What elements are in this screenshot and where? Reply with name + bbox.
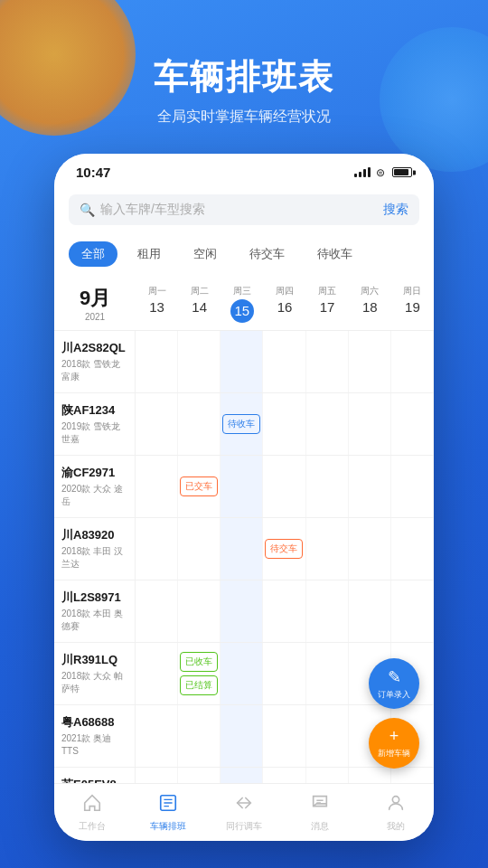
vehicle-info: 川A83920 2018款 丰田 汉兰达 <box>54 518 136 580</box>
add-vehicle-button[interactable]: + 新增车辆 <box>369 718 419 769</box>
status-bar: 10:47 ⊜ <box>54 154 434 187</box>
search-icon: 🔍 <box>80 203 95 217</box>
day-col-thu: 周四 16 <box>263 281 305 326</box>
status-icons: ⊜ <box>354 166 412 179</box>
home-icon <box>82 793 102 818</box>
status-badge: 已结算 <box>180 675 218 695</box>
fab-container: ✎ 订单录入 + 新增车辆 <box>369 658 419 769</box>
day-col-fri: 周五 17 <box>306 281 349 326</box>
search-button[interactable]: 搜索 <box>383 202 408 218</box>
status-badge: 待收车 <box>222 414 260 434</box>
fab-order-label: 订单录入 <box>378 689 410 701</box>
search-input[interactable]: 输入车牌/车型搜索 <box>100 202 383 218</box>
filter-tab-all[interactable]: 全部 <box>69 241 117 267</box>
vehicle-days: 已交车 <box>136 456 434 517</box>
order-entry-button[interactable]: ✎ 订单录入 <box>369 658 419 709</box>
schedule-icon <box>158 793 178 818</box>
day-col-mon: 周一 13 <box>136 281 178 326</box>
table-row[interactable]: 川L2S8971 2018款 本田 奥德赛 <box>54 580 434 643</box>
table-row[interactable]: 陕AF1234 2019款 雪铁龙 世嘉 待收车 <box>54 393 434 456</box>
nav-label-profile: 我的 <box>387 820 405 833</box>
nav-label-schedule: 车辆排班 <box>150 820 186 833</box>
edit-icon: ✎ <box>388 667 401 687</box>
table-row[interactable]: 苏E05EV8 2019款 沃尔沃 已收车 <box>54 768 434 783</box>
filter-tab-pending-return[interactable]: 待收车 <box>305 241 365 267</box>
nav-item-profile[interactable]: 我的 <box>358 784 434 841</box>
message-icon <box>310 793 330 818</box>
vehicle-info: 川L2S8971 2018款 本田 奥德赛 <box>54 580 136 642</box>
day-col-sat: 周六 18 <box>349 281 391 326</box>
day-columns: 周一 13 周二 14 周三 15 周四 16 周五 17 <box>136 281 434 326</box>
table-row[interactable]: 渝CF2971 2020款 大众 途岳 已交车 <box>54 456 434 518</box>
vehicle-days: 待交车 <box>136 518 434 580</box>
search-bar[interactable]: 🔍 输入车牌/车型搜索 搜索 <box>69 194 419 225</box>
vehicle-days <box>136 580 434 642</box>
header-section: 车辆排班表 全局实时掌握车辆经营状况 <box>0 0 488 127</box>
plus-icon: + <box>389 727 399 746</box>
month-column: 9月 2021 <box>54 281 136 326</box>
signal-icon <box>354 167 371 177</box>
nav-label-dispatch: 同行调车 <box>226 820 262 833</box>
table-row[interactable]: 川A83920 2018款 丰田 汉兰达 待交车 <box>54 518 434 580</box>
fab-add-label: 新增车辆 <box>378 748 410 760</box>
filter-tabs: 全部 租用 空闲 待交车 待收车 <box>54 234 434 274</box>
status-badge: 已收车 <box>180 652 218 672</box>
vehicle-info: 渝CF2971 2020款 大众 途岳 <box>54 456 136 517</box>
svg-point-6 <box>392 796 399 802</box>
day-col-sun: 周日 19 <box>391 281 434 326</box>
nav-item-workbench[interactable]: 工作台 <box>54 784 130 841</box>
nav-item-dispatch[interactable]: 同行调车 <box>206 784 282 841</box>
phone-mockup: 10:47 ⊜ 🔍 输入车牌/车型搜索 搜索 <box>54 154 434 841</box>
vehicle-info: 粤A68688 2021款 奥迪 TTS <box>54 705 136 767</box>
vehicle-info: 川R391LQ 2018款 大众 帕萨特 <box>54 643 136 704</box>
filter-tab-rented[interactable]: 租用 <box>125 241 174 267</box>
month-year: 2021 <box>54 312 136 322</box>
page-subtitle: 全局实时掌握车辆经营状况 <box>0 108 488 127</box>
vehicle-info: 陕AF1234 2019款 雪铁龙 世嘉 <box>54 393 136 455</box>
table-row[interactable]: 川A2S82QL 2018款 雪铁龙 富康 <box>54 331 434 393</box>
search-container: 🔍 输入车牌/车型搜索 搜索 <box>54 187 434 234</box>
battery-icon <box>392 167 412 177</box>
status-time: 10:47 <box>76 165 110 180</box>
filter-tab-idle[interactable]: 空闲 <box>181 241 230 267</box>
vehicle-days <box>136 331 434 392</box>
calendar-header: 9月 2021 周一 13 周二 14 周三 15 周四 16 <box>54 274 434 331</box>
vehicle-info: 川A2S82QL 2018款 雪铁龙 富康 <box>54 331 136 392</box>
day-col-wed-today: 周三 15 <box>221 281 263 326</box>
status-badge: 待交车 <box>265 539 303 559</box>
nav-item-messages[interactable]: 消息 <box>282 784 358 841</box>
day-col-tue: 周二 14 <box>178 281 221 326</box>
nav-label-workbench: 工作台 <box>79 820 106 833</box>
vehicle-days: 待收车 <box>136 393 434 455</box>
status-badge: 已交车 <box>180 476 218 496</box>
vehicle-days: 已收车 <box>136 768 434 783</box>
nav-label-messages: 消息 <box>311 820 329 833</box>
bottom-nav: 工作台 车辆排班 同行调车 <box>54 783 434 841</box>
wifi-icon: ⊜ <box>376 166 385 179</box>
profile-icon <box>386 793 406 818</box>
month-number: 9月 <box>54 285 136 312</box>
filter-tab-pending-delivery[interactable]: 待交车 <box>237 241 297 267</box>
page-title: 车辆排班表 <box>0 54 488 100</box>
dispatch-icon <box>234 793 254 818</box>
vehicle-info: 苏E05EV8 2019款 沃尔沃 <box>54 768 136 783</box>
nav-item-schedule[interactable]: 车辆排班 <box>130 784 206 841</box>
